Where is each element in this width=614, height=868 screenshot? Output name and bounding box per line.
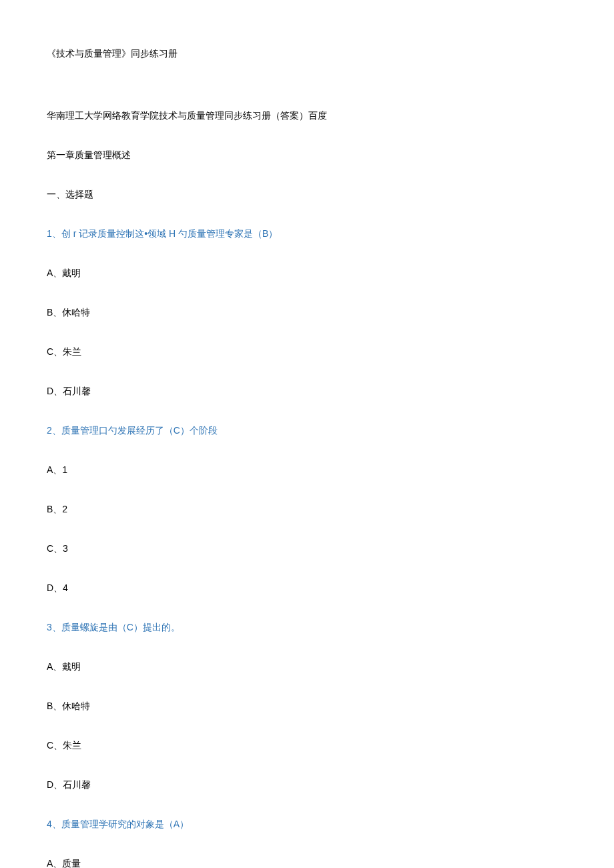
- question-1-option-d: D、石川馨: [47, 384, 567, 398]
- question-2-option-a: A、1: [47, 463, 567, 477]
- question-4: 4、质量管理学研究的对象是（A）: [47, 817, 567, 831]
- question-2-option-d: D、4: [47, 581, 567, 595]
- question-3-option-a: A、戴明: [47, 660, 567, 674]
- question-3-option-c: C、朱兰: [47, 739, 567, 753]
- question-4-option-a: A、质量: [47, 857, 567, 868]
- question-3-option-d: D、石川馨: [47, 778, 567, 792]
- document-subtitle: 华南理工大学网络教育学院技术与质量管理同步练习册（答案）百度: [47, 109, 567, 123]
- question-1: 1、创 r 记录质量控制这•领域 H 勺质量管理专家是（B）: [47, 227, 567, 241]
- question-2-option-b: B、2: [47, 502, 567, 516]
- question-3: 3、质量螺旋是由（C）提出的。: [47, 620, 567, 634]
- section-heading: 一、选择题: [47, 187, 567, 201]
- question-1-option-a: A、戴明: [47, 266, 567, 280]
- document-title: 《技术与质量管理》同步练习册: [47, 47, 567, 61]
- chapter-heading: 第一章质量管理概述: [47, 148, 567, 162]
- question-2: 2、质量管理口勺发展经历了（C）个阶段: [47, 424, 567, 438]
- question-1-option-b: B、休哈特: [47, 306, 567, 320]
- question-3-option-b: B、休哈特: [47, 699, 567, 713]
- question-1-option-c: C、朱兰: [47, 345, 567, 359]
- question-2-option-c: C、3: [47, 542, 567, 556]
